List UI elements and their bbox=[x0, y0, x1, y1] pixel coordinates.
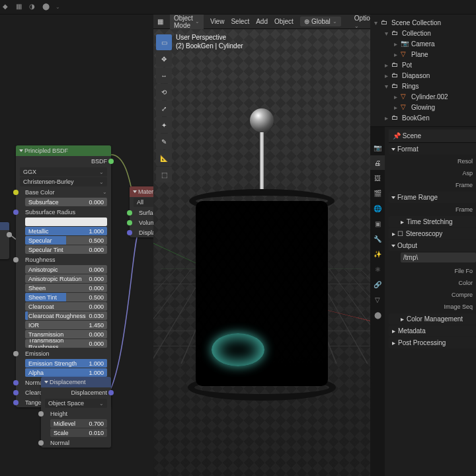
sss-method-select[interactable]: Christensen-Burley⌄ bbox=[20, 177, 107, 186]
slider-midlevel[interactable]: Midlevel0.700 bbox=[50, 419, 107, 428]
prop-frame2: Frame bbox=[389, 204, 476, 216]
slider-scale[interactable]: Scale0.010 bbox=[50, 428, 107, 437]
input-subsurface-radius[interactable]: Subsurface Radius bbox=[16, 207, 111, 217]
tab-physics[interactable]: ⚛ bbox=[370, 262, 385, 276]
outliner-item[interactable]: ▸🗀Pot bbox=[372, 60, 473, 70]
tool-cursor[interactable]: ✥ bbox=[156, 51, 172, 67]
slider-emission-strength[interactable]: Emission Strength1.000 bbox=[25, 359, 107, 368]
output-socket[interactable]: BSDF bbox=[16, 156, 111, 167]
slider-clearcoat-roughness[interactable]: Clearcoat Roughness0.030 bbox=[25, 311, 107, 320]
input-emission[interactable]: Emission bbox=[16, 348, 111, 358]
space-select[interactable]: Object Space⌄ bbox=[45, 399, 107, 408]
slider-ior[interactable]: IOR1.450 bbox=[25, 321, 107, 329]
outliner-item[interactable]: ▸▽Glowing bbox=[372, 102, 473, 112]
node-principled-bsdf[interactable]: Principled BSDF BSDF GGX⌄ Christensen-Bu… bbox=[16, 145, 111, 407]
collapse-icon[interactable] bbox=[133, 190, 137, 193]
tool-measure[interactable]: 📐 bbox=[156, 150, 172, 166]
globe-icon: ⊕ bbox=[304, 18, 309, 25]
tool-rotate[interactable]: ⟲ bbox=[156, 84, 172, 100]
shader-editor[interactable]: Principled BSDF BSDF GGX⌄ Christensen-Bu… bbox=[0, 15, 153, 476]
panel-stereoscopy[interactable]: ▸ ☐ Stereoscopy bbox=[389, 228, 476, 239]
slider-sheen[interactable]: Sheen0.000 bbox=[25, 284, 107, 292]
tab-modifiers[interactable]: 🔧 bbox=[370, 231, 385, 246]
output-socket[interactable]: Displacement bbox=[41, 387, 111, 398]
panel-color-mgmt[interactable]: ▸ Color Management bbox=[389, 313, 476, 325]
panel-frame-range[interactable]: Frame Range bbox=[389, 192, 476, 203]
slider-specular-tint[interactable]: Specular Tint0.000 bbox=[25, 245, 107, 254]
slider-anisotropic-rotation[interactable]: Anisotropic Rotation0.000 bbox=[25, 274, 107, 283]
outliner-root[interactable]: ▾🗀 Scene Collection bbox=[372, 17, 473, 28]
viewport-canvas[interactable] bbox=[153, 29, 370, 476]
options-dropdown[interactable]: Options ⌄ bbox=[354, 15, 370, 29]
slider-subsurface[interactable]: Subsurface0.000 bbox=[25, 198, 107, 206]
tab-viewlayer[interactable]: 🖼 bbox=[370, 171, 385, 185]
panel-metadata[interactable]: ▸ Metadata bbox=[389, 325, 476, 337]
color-subsurface-color[interactable] bbox=[25, 218, 107, 226]
tool-add[interactable]: ⬚ bbox=[156, 167, 172, 182]
tab-object[interactable]: ▣ bbox=[370, 216, 385, 231]
tool-annotate[interactable]: ✎ bbox=[156, 134, 172, 149]
orientation-select[interactable]: ⊕Global⌄ bbox=[300, 17, 341, 26]
tool-move[interactable]: ↔ bbox=[156, 67, 172, 83]
col-icon: 🗀 bbox=[391, 71, 399, 79]
menu-view[interactable]: View bbox=[210, 18, 225, 25]
slider-anisotropic[interactable]: Anisotropic0.000 bbox=[25, 265, 107, 274]
input-normal[interactable]: Normal bbox=[41, 438, 111, 448]
node-stub[interactable] bbox=[0, 222, 9, 259]
tab-world[interactable]: 🌐 bbox=[370, 201, 385, 216]
workspace-icon[interactable]: ▦ bbox=[16, 3, 25, 12]
slider-specular[interactable]: Specular0.500 bbox=[25, 236, 107, 245]
mode-select[interactable]: Object Mode⌄ bbox=[170, 15, 204, 30]
tab-data[interactable]: ▽ bbox=[370, 292, 385, 307]
menu-select[interactable]: Select bbox=[231, 18, 249, 25]
node-displacement[interactable]: Displacement Displacement Object Space⌄ … bbox=[41, 377, 111, 448]
editor-type-icon[interactable]: ▦ bbox=[157, 18, 163, 25]
panel-postproc[interactable]: ▸ Post Processing bbox=[389, 337, 476, 348]
slider-transmission[interactable]: Transmission0.000 bbox=[25, 330, 107, 338]
col-icon: 🗀 bbox=[391, 61, 399, 69]
outliner-item[interactable]: ▾🗀Rings bbox=[372, 81, 473, 91]
collapse-icon[interactable] bbox=[44, 381, 48, 383]
slider-metallic[interactable]: Metallic1.000 bbox=[25, 227, 107, 235]
outliner-item[interactable]: ▸▽Plane bbox=[372, 49, 473, 60]
outliner-item[interactable]: ▸🗀BookGen bbox=[372, 112, 473, 123]
outliner[interactable]: ▾🗀 Scene Collection ▾🗀Collection▸📷Camera… bbox=[370, 15, 476, 127]
input-base-color[interactable]: Base Color⌄ bbox=[16, 187, 111, 197]
input-roughness[interactable]: Roughness bbox=[16, 255, 111, 264]
right-panels: ▾🗀 Scene Collection ▾🗀Collection▸📷Camera… bbox=[370, 15, 476, 476]
panel-time-stretch[interactable]: ▸ Time Stretching bbox=[389, 216, 476, 227]
tab-particles[interactable]: ✨ bbox=[370, 247, 385, 261]
menu-add[interactable]: Add bbox=[256, 18, 268, 25]
tab-material[interactable]: ⬤ bbox=[370, 307, 385, 322]
outliner-item[interactable]: ▸▽Cylinder.002 bbox=[372, 91, 473, 102]
outliner-item[interactable]: ▸🗀Diapason bbox=[372, 70, 473, 81]
tool-transform[interactable]: ✦ bbox=[156, 117, 172, 133]
shading-dropdown-icon[interactable]: ⬤ bbox=[42, 3, 52, 12]
panel-format[interactable]: Format bbox=[389, 143, 476, 155]
outliner-item[interactable]: ▾🗀Collection bbox=[372, 28, 473, 38]
collapse-icon[interactable] bbox=[19, 149, 23, 152]
tab-scene[interactable]: 🎬 bbox=[370, 186, 385, 200]
3d-viewport[interactable]: ▦ Object Mode⌄ View Select Add Object ⊕G… bbox=[153, 15, 370, 476]
properties-body[interactable]: 📌 Scene Format Resol Asp Frame Frame Ran… bbox=[385, 127, 476, 476]
menu-object[interactable]: Object bbox=[274, 18, 294, 25]
tool-scale[interactable]: ⤢ bbox=[156, 100, 172, 116]
tab-render[interactable]: 📷 bbox=[370, 140, 385, 155]
prop-aspect: Asp bbox=[389, 167, 476, 179]
input-height[interactable]: Height bbox=[41, 409, 111, 418]
distribution-select[interactable]: GGX⌄ bbox=[20, 167, 107, 177]
tab-constraints[interactable]: 🔗 bbox=[370, 277, 385, 292]
tool-select-box[interactable]: ▭ bbox=[156, 34, 172, 50]
panel-output[interactable]: Output bbox=[389, 240, 476, 251]
output-path-field[interactable]: /tmp\ bbox=[401, 253, 476, 262]
slider-clearcoat[interactable]: Clearcoat0.000 bbox=[25, 302, 107, 311]
workspace-icon[interactable]: ◑ bbox=[29, 3, 38, 12]
slider-transmission-roughness[interactable]: Transmission Roughness0.000 bbox=[25, 339, 107, 348]
chevron-down-icon: ⌄ bbox=[56, 4, 62, 11]
slider-alpha[interactable]: Alpha1.000 bbox=[25, 368, 107, 377]
slider-sheen-tint[interactable]: Sheen Tint0.500 bbox=[25, 293, 107, 301]
pin-icon[interactable]: 📌 bbox=[393, 132, 401, 139]
tab-output[interactable]: 🖨 bbox=[370, 155, 385, 170]
app-topbar: ◆ ▦ ◑ ⬤ ⌄ bbox=[0, 0, 476, 15]
outliner-item[interactable]: ▸📷Camera bbox=[372, 38, 473, 49]
